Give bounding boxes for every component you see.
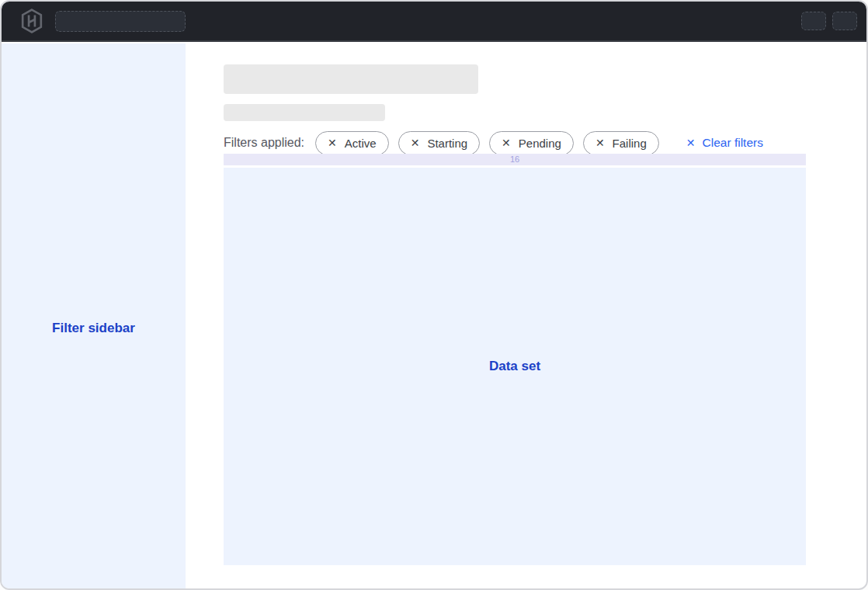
- clear-filters-button[interactable]: ✕ Clear filters: [686, 136, 763, 150]
- clear-filters-label: Clear filters: [703, 136, 763, 150]
- filter-chip-label: Failing: [613, 137, 647, 150]
- subtitle-placeholder-bar: [224, 104, 385, 121]
- filter-chip-pending[interactable]: ✕ Pending: [489, 131, 574, 155]
- nav-placeholder-pill: [55, 11, 186, 32]
- app-window: Filter sidebar Filters applied: ✕ Active…: [0, 0, 868, 590]
- close-icon[interactable]: ✕: [328, 137, 337, 148]
- filters-applied-label: Filters applied:: [224, 136, 304, 150]
- filter-chip-label: Starting: [427, 137, 467, 150]
- filter-sidebar: Filter sidebar: [2, 43, 186, 588]
- filter-chip-starting[interactable]: ✕ Starting: [398, 131, 480, 155]
- top-nav-bar: [2, 2, 866, 42]
- filter-chip-label: Pending: [519, 137, 561, 150]
- filter-chip-active[interactable]: ✕ Active: [315, 131, 389, 155]
- data-set-label: Data set: [489, 359, 540, 374]
- data-set-panel: Data set: [224, 168, 806, 565]
- close-icon[interactable]: ✕: [411, 137, 420, 148]
- hashicorp-logo-icon: [20, 9, 43, 33]
- nav-placeholder-button-2: [832, 12, 857, 30]
- filter-chip-label: Active: [345, 137, 377, 150]
- nav-placeholder-button-1: [801, 12, 826, 30]
- close-icon[interactable]: ✕: [595, 137, 605, 148]
- close-icon: ✕: [686, 137, 696, 148]
- close-icon[interactable]: ✕: [502, 137, 511, 148]
- title-placeholder-bar: [224, 64, 478, 94]
- filter-chip-failing[interactable]: ✕ Failing: [583, 131, 659, 155]
- filter-sidebar-label: Filter sidebar: [2, 321, 186, 336]
- result-count-bar: 16: [224, 154, 806, 165]
- applied-filters-row: Filters applied: ✕ Active ✕ Starting ✕ P…: [224, 130, 763, 155]
